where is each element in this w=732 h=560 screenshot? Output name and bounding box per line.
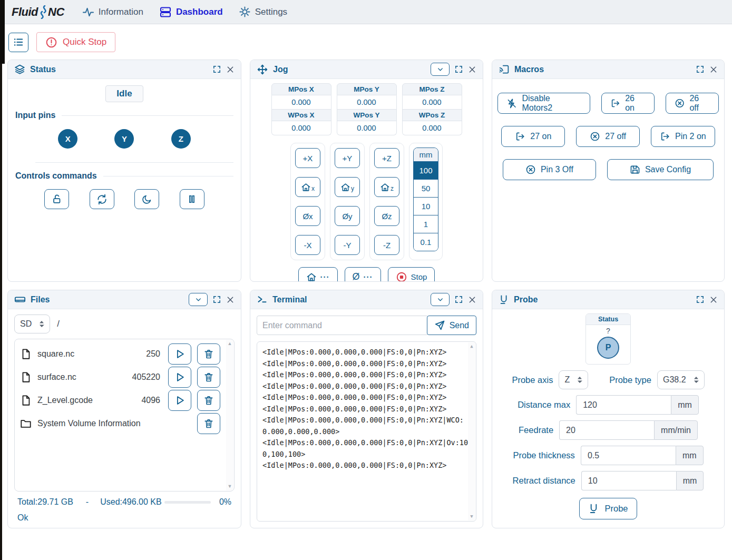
jog-collapse-button[interactable] [431, 63, 450, 76]
terminal-expand-icon[interactable] [454, 295, 463, 304]
terminal-scrollbar[interactable]: ▲ ▼ [468, 342, 475, 520]
home-z-button[interactable]: z [374, 177, 399, 197]
play-file-button[interactable] [168, 367, 191, 388]
folder-icon [20, 418, 32, 429]
step-option-1[interactable]: 1 [414, 215, 438, 233]
macro-27-on-button[interactable]: 27 on [501, 126, 565, 147]
mpos-z-label: MPos Z [402, 83, 462, 95]
macro-26-on-button[interactable]: 26 on [601, 93, 655, 114]
files-close-icon[interactable] [226, 296, 235, 304]
x-circle-icon [675, 98, 685, 109]
probe-indicator[interactable]: P [597, 337, 619, 359]
macro-pin-3-off-button[interactable]: Pin 3 Off [503, 159, 596, 180]
send-button[interactable]: Send [427, 316, 476, 335]
file-row-z-level-gcode[interactable]: Z_Level.gcode 4096 [20, 389, 220, 412]
reset-button[interactable] [90, 189, 114, 209]
file-row-surface-nc[interactable]: surface.nc 405220 [20, 366, 220, 389]
macro-pin-2-on-button[interactable]: Pin 2 on [651, 126, 715, 147]
trash-icon [203, 395, 214, 406]
macro-27-off-button[interactable]: 27 off [576, 126, 640, 147]
jog-expand-icon[interactable] [454, 65, 463, 74]
step-option-10[interactable]: 10 [414, 198, 438, 215]
probe-expand-icon[interactable] [696, 295, 705, 304]
file-name: Z_Level.gcode [37, 396, 135, 405]
delete-file-button[interactable] [197, 390, 220, 411]
macro-disable-motors-button[interactable]: Disable Motors2 [497, 93, 590, 114]
probe-type-select[interactable]: G38.2 [657, 370, 705, 389]
zero-y-button[interactable]: Øy [335, 206, 360, 226]
pin-on-icon [610, 98, 620, 109]
macro-26-off-button[interactable]: 26 off [666, 93, 719, 114]
jog-plus-y-button[interactable]: +Y [335, 148, 360, 168]
feedrate-input[interactable] [559, 420, 654, 440]
folder-row-system-volume-information[interactable]: System Volume Information [20, 412, 220, 435]
retract-distance-input[interactable] [581, 471, 676, 490]
terminal-collapse-button[interactable] [431, 293, 450, 306]
start-probe-button[interactable]: Probe [579, 498, 637, 519]
alert-circle-icon [45, 36, 57, 48]
step-option-50[interactable]: 50 [414, 180, 438, 198]
probe-status-value: ? [586, 325, 630, 336]
scroll-down-icon[interactable]: ▼ [470, 514, 473, 519]
scroll-down-icon[interactable]: ▼ [228, 484, 232, 489]
mpos-y-value: 0.000 [337, 95, 397, 110]
jog-minus-y-button[interactable]: -Y [335, 235, 360, 255]
files-expand-icon[interactable] [212, 295, 221, 304]
command-input[interactable] [257, 316, 428, 335]
scroll-up-icon[interactable]: ▲ [228, 341, 232, 346]
delete-file-button[interactable] [197, 343, 220, 365]
pin-indicator-z: Z [171, 129, 191, 149]
macros-icon [499, 64, 510, 75]
separator: - [86, 497, 89, 507]
terminal-output[interactable]: <Idle|MPos:0.000,0.000,0.000|FS:0,0|Pn:X… [257, 341, 476, 522]
pause-button[interactable] [180, 189, 204, 209]
terminal-panel: Terminal Send [250, 290, 483, 528]
nav-item-settings[interactable]: Settings [239, 6, 287, 18]
home-x-button[interactable]: x [295, 177, 320, 197]
zero-z-button[interactable]: Øz [374, 206, 399, 226]
probe-close-icon[interactable] [709, 296, 718, 304]
jog-minus-x-button[interactable]: -X [295, 235, 320, 255]
home-all-button[interactable]: ··· [298, 267, 338, 282]
probe-axis-select[interactable]: Z [559, 370, 588, 389]
panel-list-button[interactable] [8, 33, 28, 52]
jog-plus-z-button[interactable]: +Z [374, 148, 399, 168]
jog-stop-button[interactable]: Stop [388, 267, 435, 282]
file-row-square-nc[interactable]: square.nc 250 [20, 342, 220, 366]
distance-max-input[interactable] [576, 395, 671, 415]
play-file-button[interactable] [168, 343, 191, 365]
play-file-button[interactable] [168, 390, 191, 411]
terminal-close-icon[interactable] [468, 296, 476, 304]
drive-select[interactable]: SD [14, 315, 50, 333]
macros-close-icon[interactable] [709, 65, 718, 74]
files-collapse-button[interactable] [189, 293, 208, 306]
jog-minus-z-button[interactable]: -Z [374, 235, 399, 255]
current-path: / [57, 319, 60, 329]
jog-close-icon[interactable] [468, 65, 476, 74]
home-y-button[interactable]: y [335, 177, 360, 197]
zero-x-button[interactable]: Øx [295, 206, 320, 226]
status-expand-icon[interactable] [212, 65, 221, 74]
macro-save-config-button[interactable]: Save Config [607, 159, 714, 180]
probe-thickness-input[interactable] [581, 446, 676, 465]
nav-item-dashboard[interactable]: Dashboard [159, 6, 223, 18]
delete-file-button[interactable] [197, 367, 220, 388]
input-pins-label: Input pins [15, 111, 55, 120]
files-status-message: Ok [14, 507, 235, 524]
total-space-label: Total:29.71 GB [17, 497, 73, 507]
scroll-up-icon[interactable]: ▲ [470, 344, 473, 349]
step-option-0-1[interactable]: 0.1 [414, 233, 438, 251]
panel-grid: Status Idle Input pins X Y Z [7, 60, 732, 528]
unlock-button[interactable] [44, 189, 69, 209]
jog-plus-x-button[interactable]: +X [295, 148, 320, 168]
nav-item-information[interactable]: Information [82, 6, 143, 18]
file-list-scrollbar[interactable]: ▲ ▼ [226, 340, 233, 490]
quick-stop-button[interactable]: Quick Stop [36, 32, 115, 52]
sleep-button[interactable] [134, 189, 159, 209]
delete-folder-button[interactable] [197, 413, 220, 434]
step-option-100[interactable]: 100 [414, 162, 438, 180]
zero-all-button[interactable]: Ø ··· [345, 267, 381, 282]
files-panel-header: Files [8, 290, 241, 309]
macros-expand-icon[interactable] [696, 65, 705, 74]
status-close-icon[interactable] [226, 65, 235, 74]
